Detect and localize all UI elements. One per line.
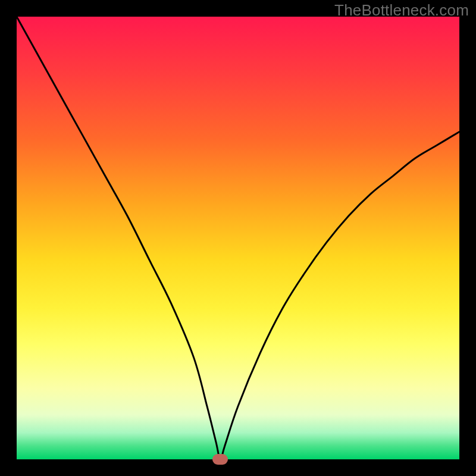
optimum-marker (212, 454, 228, 465)
watermark-text: TheBottleneck.com (334, 1, 469, 20)
chart-frame: TheBottleneck.com (0, 0, 476, 476)
bottleneck-curve (17, 17, 459, 459)
